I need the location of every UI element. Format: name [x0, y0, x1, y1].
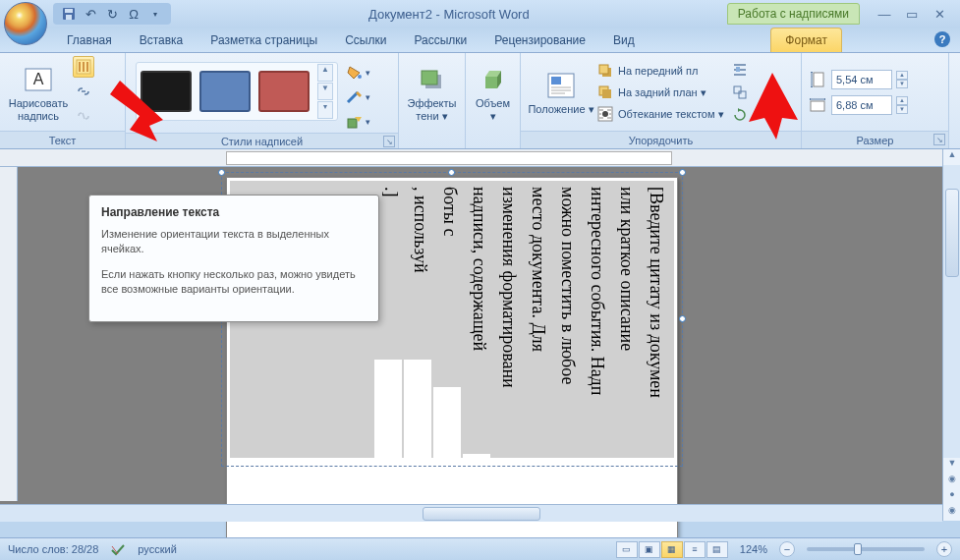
view-buttons: ▭ ▣ ▦ ≡ ▤ [616, 541, 728, 558]
qat-customize-icon[interactable]: ▾ [145, 5, 165, 23]
callout-arrow-1 [106, 77, 169, 145]
hscroll-thumb[interactable] [423, 507, 540, 521]
tab-format[interactable]: Формат [770, 28, 842, 52]
horizontal-scrollbar[interactable] [0, 504, 942, 522]
text-wrap-button[interactable]: Обтекание текстом ▾ [595, 103, 728, 125]
tooltip: Направление текста Изменение ориентации … [88, 195, 379, 322]
size-launcher-icon[interactable]: ↘ [933, 134, 945, 145]
status-bar: Число слов: 28/28 русский ▭ ▣ ▦ ≡ ▤ 124%… [0, 537, 960, 560]
shape-fill-button[interactable]: ▾ [344, 62, 370, 84]
window-title: Документ2 - Microsoft Word [171, 7, 727, 22]
group-arrange-label: Упорядочить [629, 135, 693, 146]
3d-effects-button[interactable]: Объем ▾ [472, 56, 514, 131]
prev-page-icon[interactable]: ◉ [943, 474, 960, 489]
gallery-scroll[interactable]: ▲▼▾ [317, 64, 333, 119]
horizontal-ruler[interactable] [0, 149, 942, 167]
tab-references[interactable]: Ссылки [331, 28, 400, 52]
svg-point-6 [358, 75, 362, 79]
svg-rect-22 [811, 101, 824, 111]
symbol-icon[interactable]: Ω [124, 5, 143, 23]
undo-icon[interactable]: ↶ [81, 5, 100, 23]
vertical-text-line: можно поместить в любое [552, 187, 578, 458]
repeat-icon[interactable]: ↻ [102, 5, 122, 23]
maximize-button[interactable]: ▭ [903, 7, 921, 22]
outline-view[interactable]: ≡ [684, 541, 706, 558]
svg-rect-1 [65, 9, 73, 13]
shape-outline-button[interactable]: ▾ [344, 86, 370, 108]
tooltip-line2: Если нажать кнопку несколько раз, можно … [101, 267, 367, 298]
zoom-thumb[interactable] [854, 543, 862, 555]
height-icon [808, 70, 827, 89]
change-shape-icon [344, 111, 366, 133]
window-controls: — ▭ ✕ [864, 7, 960, 22]
change-shape-button[interactable]: ▾ [344, 111, 370, 133]
zoom-in-button[interactable]: + [936, 541, 952, 557]
bring-front-button[interactable]: На передний пл [595, 60, 728, 82]
group-styles-label: Стили надписей [221, 136, 303, 147]
3d-label: Объем ▾ [472, 97, 514, 123]
style-swatch-3[interactable] [258, 71, 310, 112]
width-input[interactable]: 6,88 см [831, 95, 892, 115]
textbox-icon: A [23, 64, 54, 95]
contextual-tab-label: Работа с надписями [727, 3, 860, 25]
browse-object-icon[interactable]: ● [943, 489, 960, 505]
print-layout-view[interactable]: ▭ [616, 541, 638, 558]
zoom-out-button[interactable]: − [779, 541, 795, 557]
save-icon[interactable] [59, 5, 79, 23]
outline-icon [344, 86, 366, 108]
scroll-up-icon[interactable]: ▲ [943, 149, 960, 165]
width-spinner[interactable]: ▲▼ [896, 96, 908, 114]
zoom-slider[interactable] [807, 547, 925, 551]
height-spinner[interactable]: ▲▼ [896, 71, 908, 88]
break-link-button[interactable] [73, 105, 94, 127]
height-input[interactable]: 5,54 см [831, 70, 892, 89]
tab-pagelayout[interactable]: Разметка страницы [197, 28, 331, 52]
width-icon [808, 95, 827, 115]
resize-handle[interactable] [679, 169, 686, 176]
svg-rect-7 [348, 119, 357, 128]
fullscreen-view[interactable]: ▣ [639, 541, 660, 558]
shadow-label: Эффекты тени ▾ [407, 97, 456, 123]
styles-launcher-icon[interactable]: ↘ [383, 136, 395, 147]
draft-view[interactable]: ▤ [706, 541, 728, 558]
svg-rect-21 [814, 73, 823, 86]
vertical-text-line: надписи, содержащей [464, 187, 489, 458]
position-label: Положение ▾ [528, 103, 593, 116]
svg-rect-13 [599, 65, 608, 74]
svg-rect-15 [602, 89, 611, 98]
vertical-text-line: , используй [405, 187, 430, 458]
minimize-button[interactable]: — [875, 7, 893, 22]
tab-insert[interactable]: Вставка [126, 28, 198, 52]
send-back-button[interactable]: На задний план ▾ [595, 82, 728, 103]
zoom-level[interactable]: 124% [740, 543, 767, 555]
resize-handle[interactable] [448, 169, 455, 176]
help-icon[interactable]: ? [934, 31, 950, 47]
web-layout-view[interactable]: ▦ [661, 541, 683, 558]
resize-handle[interactable] [218, 169, 225, 176]
vertical-scrollbar[interactable]: ▲ ▼ ◉ ● ◉ [942, 149, 960, 521]
tab-mailings[interactable]: Рассылки [400, 28, 480, 52]
tab-view[interactable]: Вид [599, 28, 649, 52]
create-link-button[interactable] [73, 81, 94, 102]
shadow-effects-button[interactable]: Эффекты тени ▾ [405, 56, 459, 131]
fill-icon [344, 62, 366, 84]
style-swatch-2[interactable] [199, 71, 251, 112]
resize-handle[interactable] [679, 315, 686, 322]
group-text-label: Текст [49, 135, 77, 146]
text-direction-button[interactable] [73, 56, 94, 78]
word-count[interactable]: Число слов: 28/28 [8, 543, 98, 555]
draw-textbox-button[interactable]: A Нарисовать надпись [6, 56, 71, 131]
language-indicator[interactable]: русский [138, 543, 176, 555]
vertical-text-line: [Введите цитату из докумен [641, 187, 666, 458]
next-page-icon[interactable]: ◉ [943, 505, 960, 521]
vertical-ruler[interactable] [0, 167, 18, 501]
office-button[interactable] [4, 2, 47, 45]
tab-home[interactable]: Главная [53, 28, 126, 52]
svg-rect-11 [551, 77, 561, 84]
proofing-icon[interactable] [110, 542, 126, 556]
scroll-thumb[interactable] [945, 189, 959, 277]
tab-review[interactable]: Рецензирование [480, 28, 599, 52]
scroll-down-icon[interactable]: ▼ [943, 458, 960, 474]
position-button[interactable]: Положение ▾ [527, 56, 595, 131]
close-button[interactable]: ✕ [931, 7, 948, 22]
